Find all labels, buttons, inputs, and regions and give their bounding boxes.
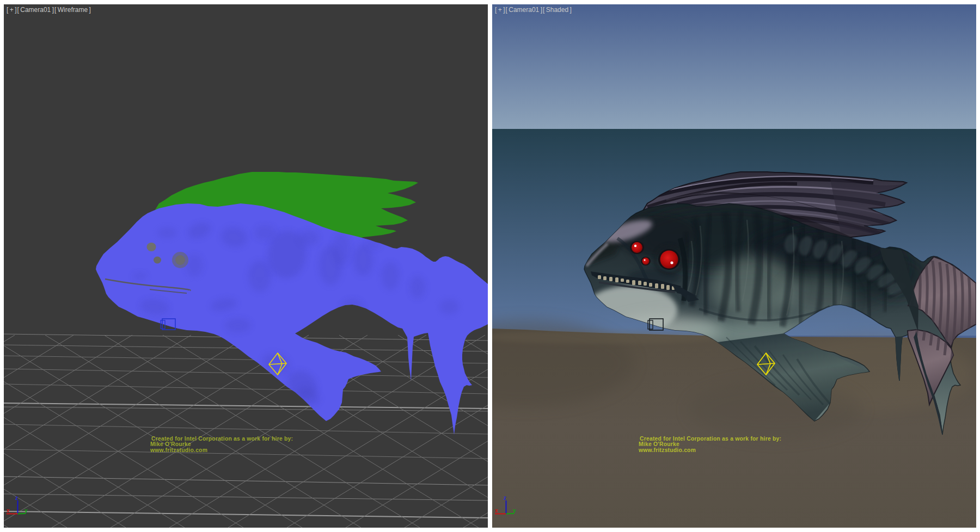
svg-text:x: x [495, 508, 498, 514]
svg-text:Mike O'Rourke: Mike O'Rourke [639, 441, 679, 447]
svg-text:x: x [7, 508, 10, 514]
svg-text:www.fritzstudio.com: www.fritzstudio.com [150, 447, 207, 453]
svg-text:www.fritzstudio.com: www.fritzstudio.com [638, 447, 696, 453]
svg-text:Mike O'Rourke: Mike O'Rourke [150, 441, 191, 447]
svg-text:z: z [15, 495, 18, 501]
svg-text:y: y [24, 508, 28, 514]
svg-text:y: y [513, 508, 516, 514]
svg-text:z: z [504, 495, 506, 501]
